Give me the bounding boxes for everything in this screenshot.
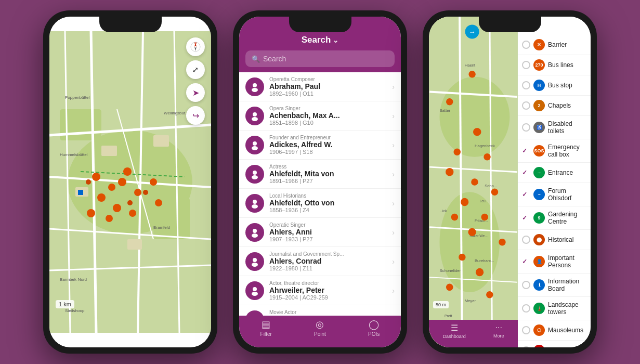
poi-icon-badge: ✕ xyxy=(533,39,545,50)
svg-point-29 xyxy=(150,178,157,186)
svg-point-54 xyxy=(253,229,257,233)
persons-list: Operetta Composer Abraham, Paul 1892–196… xyxy=(239,72,401,316)
person-text: Journalist and Government Sp... Ahlers, … xyxy=(269,251,387,271)
person-list-item[interactable]: Actor, theatre director Ahrweiler, Peter… xyxy=(239,276,401,305)
svg-text:Leu...: Leu... xyxy=(480,199,489,203)
person-avatar xyxy=(245,136,264,154)
person-list-item[interactable]: Actress Ahlefeldt, Mita von 1891–1966 | … xyxy=(239,160,401,189)
person-list-item[interactable]: Operetta Composer Abraham, Paul 1892–196… xyxy=(239,72,401,101)
unchecked-circle xyxy=(522,81,530,89)
poi-list-item[interactable]: 2 Chapels xyxy=(518,96,591,116)
svg-point-55 xyxy=(252,233,258,238)
poi-icon-badge: 270 xyxy=(533,59,545,71)
svg-text:Steilshoop: Steilshoop xyxy=(65,308,85,313)
person-text: Movie Actor Albers, Hans 1891–1960 | Y23 xyxy=(269,309,387,316)
poi-list-item[interactable]: ✓ 9 Gardening Centre xyxy=(518,206,591,230)
poi-label: Entrance xyxy=(548,169,586,176)
person-list-item[interactable]: Local Historians Ahlefeldt, Otto von 185… xyxy=(239,189,401,218)
svg-point-26 xyxy=(123,167,132,176)
poi-label: Historical xyxy=(548,236,586,243)
svg-point-86 xyxy=(473,128,481,136)
svg-point-57 xyxy=(252,263,258,267)
person-list-item[interactable]: Founder and Entrepreneur Adickes, Alfred… xyxy=(239,131,401,160)
check-icon: ✓ xyxy=(522,214,530,222)
unchecked-circle xyxy=(522,61,530,69)
share-button[interactable]: ↪ xyxy=(186,106,205,125)
person-category: Operatic Singer xyxy=(269,222,387,228)
nav-pois-2[interactable]: ◯ POIs xyxy=(368,319,380,337)
person-text: Opera Singer Achenbach, Max A... 1851–18… xyxy=(269,106,387,126)
svg-text:Barmbek-Nord: Barmbek-Nord xyxy=(60,277,87,282)
poi-list-item[interactable]: ◆ Memorials xyxy=(518,341,591,347)
search-input-field[interactable]: 🔍 Search xyxy=(245,50,395,67)
nav-filter[interactable]: ▤ Filter xyxy=(260,319,272,337)
poi-list-item[interactable]: ✓ 👤 Important Persons xyxy=(518,250,591,274)
poi-list-item[interactable]: ✓ ~ Forum Ohlsdorf xyxy=(518,183,591,206)
filter-icon: ▤ xyxy=(262,319,270,330)
svg-text:...ick: ...ick xyxy=(439,209,447,213)
chevron-right-icon: › xyxy=(392,199,395,207)
svg-point-50 xyxy=(253,171,257,175)
person-name: Ahlefeldt, Mita von xyxy=(269,170,387,178)
check-icon: ✓ xyxy=(522,169,530,176)
chevron-right-icon: › xyxy=(392,228,395,237)
poi-list-item[interactable]: 🗼 Landscape towers xyxy=(518,297,591,320)
person-name: Ahlers, Conrad xyxy=(269,257,387,265)
chevron-right-icon: › xyxy=(392,112,395,120)
poi-list-item[interactable]: ♿ Disabled toilets xyxy=(518,116,591,139)
svg-text:Poppenbüttel: Poppenbüttel xyxy=(65,95,89,100)
poi-list-item[interactable]: ⬤ Historical xyxy=(518,230,591,250)
unchecked-circle xyxy=(522,236,530,244)
poi-icon-badge: ~ xyxy=(533,189,545,200)
phone-map: Poppenbüttel Hummelsbüttel Wellingsbüt..… xyxy=(43,10,217,354)
person-list-item[interactable]: Opera Singer Achenbach, Max A... 1851–18… xyxy=(239,101,401,131)
poi-icon-badge: 👤 xyxy=(533,256,545,267)
svg-point-92 xyxy=(461,198,468,206)
svg-point-59 xyxy=(252,292,258,296)
person-meta: 1915–2004 | AC29-259 xyxy=(269,294,387,301)
svg-text:Meyer: Meyer xyxy=(465,298,476,303)
svg-point-56 xyxy=(253,258,257,262)
svg-text:Haent: Haent xyxy=(465,63,476,68)
poi-list-item[interactable]: ⬡ Mausoleums xyxy=(518,320,591,341)
person-list-item[interactable]: Movie Actor Albers, Hans 1891–1960 | Y23… xyxy=(239,305,401,316)
poi-label: Important Persons xyxy=(548,254,586,269)
svg-point-85 xyxy=(446,98,453,105)
poi-list-item[interactable]: ✕ Barrier xyxy=(518,35,591,55)
compass-button[interactable]: N xyxy=(186,37,205,56)
svg-rect-16 xyxy=(127,239,142,250)
poi-list-item[interactable]: ✓ SOS Emergency call box xyxy=(518,139,591,163)
location-button[interactable]: ➤ xyxy=(186,83,205,102)
nav-point-2[interactable]: ◎ Point xyxy=(314,319,326,337)
poi-icon-badge: ⬡ xyxy=(533,324,545,336)
person-name: Achenbach, Max A... xyxy=(269,111,387,120)
poi-list-item[interactable]: ✓ → Entrance xyxy=(518,163,591,183)
dashboard-icon-3: ☰ xyxy=(451,323,458,333)
person-list-item[interactable]: Journalist and Government Sp... Ahlers, … xyxy=(239,247,401,276)
person-list-item[interactable]: Operatic Singer Ahlers, Anni 1907–1933 |… xyxy=(239,218,401,247)
svg-point-84 xyxy=(468,71,475,77)
poi-list-item[interactable]: ℹ Information Board xyxy=(518,274,591,297)
bottom-nav-phone2: ▤ Filter ◎ Point ◯ POIs xyxy=(239,316,401,347)
svg-rect-13 xyxy=(101,146,117,156)
nav-dashboard-3[interactable]: ☰ Dashboard xyxy=(443,323,466,339)
unchecked-circle xyxy=(522,101,530,110)
nav-more-3[interactable]: ··· More xyxy=(493,323,504,339)
poi-label: Mausoleums xyxy=(548,327,586,334)
poi-list-item[interactable]: 270 Bus lines xyxy=(518,55,591,75)
expand-button[interactable]: ⤢ xyxy=(186,60,205,79)
person-text: Actor, theatre director Ahrweiler, Peter… xyxy=(269,280,387,301)
person-category: Actress xyxy=(269,164,387,170)
poi-list-item[interactable]: H Bus stop xyxy=(518,75,591,96)
poi-icon-badge: 2 xyxy=(533,100,545,111)
svg-rect-15 xyxy=(153,135,169,147)
poi-icon-badge: H xyxy=(533,80,545,91)
check-icon: ✓ xyxy=(522,191,530,198)
person-category: Opera Singer xyxy=(269,106,387,111)
svg-point-31 xyxy=(129,210,136,217)
person-meta: 1858–1936 | Z4 xyxy=(269,207,387,213)
svg-point-98 xyxy=(476,268,484,276)
svg-point-51 xyxy=(252,175,258,179)
svg-text:Schonelider: Schonelider xyxy=(439,268,461,273)
map-view[interactable]: Poppenbüttel Hummelsbüttel Wellingsbüt..… xyxy=(49,17,211,347)
